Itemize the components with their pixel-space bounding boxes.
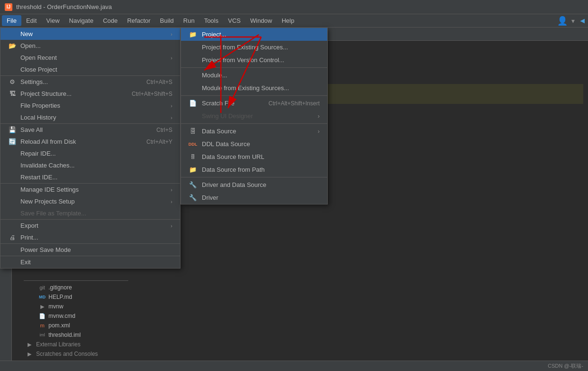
menu-item-manage-ide[interactable]: Manage IDE Settings › — [0, 183, 180, 195]
invalidate-label: Invalidate Caches... — [20, 162, 172, 169]
app-icon: IJ — [5, 3, 12, 11]
menu-item-reload[interactable]: 🔄 Reload All from Disk Ctrl+Alt+Y — [0, 136, 180, 148]
submenu-scratch-label: Scratch File — [202, 100, 235, 107]
new-projects-setup-arrow: › — [171, 199, 172, 204]
tree-external-libs[interactable]: ▶ External Libraries — [24, 340, 128, 349]
menu-item-local-history[interactable]: Local History › — [0, 111, 180, 123]
menu-bar: File Edit View Navigate Code Refactor Bu… — [0, 14, 588, 28]
mvnw-icon: ▶ — [39, 303, 46, 310]
tree-pomxml[interactable]: m pom.xml — [24, 321, 128, 330]
menu-item-save-all[interactable]: 💾 Save All Ctrl+S — [0, 123, 180, 136]
menu-item-restart[interactable]: Restart IDE... — [0, 171, 180, 183]
settings-label: Settings... — [20, 78, 127, 85]
menu-item-save-as-template: Save File as Template... — [0, 207, 180, 219]
menu-edit[interactable]: Edit — [21, 15, 41, 26]
submenu-project[interactable]: 📁 Project... — [181, 28, 327, 41]
submenu-swing-label: Swing UI Designer — [202, 112, 253, 120]
ddl-icon: DDL — [189, 142, 197, 147]
menu-item-open-recent[interactable]: Open Recent › — [0, 52, 180, 64]
project-structure-icon: 🏗 — [8, 90, 17, 97]
menu-item-power-save[interactable]: Power Save Mode — [0, 243, 180, 256]
settings-icon: ⚙ — [8, 78, 17, 85]
submenu-project-label: Project... — [202, 31, 226, 38]
tree-mvnw[interactable]: ▶ mvnw — [24, 302, 128, 311]
tree-helpmd[interactable]: MD HELP.md — [24, 292, 128, 302]
project-structure-shortcut: Ctrl+Alt+Shift+S — [132, 91, 172, 97]
menu-build[interactable]: Build — [155, 15, 179, 26]
tree-iml[interactable]: iml threshold.iml — [24, 330, 128, 340]
menu-item-file-properties[interactable]: File Properties › — [0, 100, 180, 111]
submenu-project-vcs-label: Project from Version Control... — [202, 56, 284, 64]
menu-code[interactable]: Code — [98, 15, 123, 26]
menu-item-repair[interactable]: Repair IDE... — [0, 148, 180, 159]
tree-mvnwcmd[interactable]: 📄 mvnw.cmd — [24, 311, 128, 321]
driver-datasource-icon: 🔧 — [189, 181, 197, 188]
submenu-driver-datasource[interactable]: 🔧 Driver and Data Source — [181, 178, 327, 191]
menu-item-close-project[interactable]: Close Project — [0, 64, 180, 75]
arrow-icon: ◄ — [579, 17, 586, 25]
expand-icon[interactable]: ▾ — [571, 17, 575, 25]
submenu-datasource-path[interactable]: 📁 Data Source from Path — [181, 163, 327, 176]
menu-tools[interactable]: Tools — [199, 15, 223, 26]
menu-navigate[interactable]: Navigate — [64, 15, 98, 26]
new-submenu: 📁 Project... Project from Existing Sourc… — [180, 28, 328, 204]
menu-refactor[interactable]: Refactor — [123, 15, 155, 26]
submenu-module-existing[interactable]: Module from Existing Sources... — [181, 82, 327, 94]
submenu-module-label: Module... — [202, 72, 227, 79]
menu-item-exit[interactable]: Exit — [0, 256, 180, 268]
submenu-project-vcs[interactable]: Project from Version Control... — [181, 54, 327, 66]
profile-icon[interactable]: 👤 — [557, 16, 568, 26]
external-libs-label: External Libraries — [36, 341, 80, 348]
menu-window[interactable]: Window — [246, 15, 277, 26]
menu-vcs[interactable]: VCS — [223, 15, 246, 26]
submenu-ddl-datasource[interactable]: DDL DDL Data Source — [181, 138, 327, 150]
submenu-datasource-url[interactable]: 🗄 Data Source from URL — [181, 150, 327, 163]
menu-item-new-projects-setup[interactable]: New Projects Setup › — [0, 195, 180, 207]
settings-shortcut: Ctrl+Alt+S — [146, 79, 172, 85]
tree-gitignore[interactable]: git .gitignore — [24, 283, 128, 292]
tree-scratches[interactable]: ▶ Scratches and Consoles — [24, 349, 128, 359]
manage-ide-label: Manage IDE Settings — [20, 186, 171, 193]
submenu-scratch[interactable]: 📄 Scratch File Ctrl+Alt+Shift+Insert — [181, 97, 327, 110]
tree-helpmd-label: HELP.md — [48, 294, 72, 300]
project-icon: 📁 — [189, 31, 197, 38]
menu-item-open[interactable]: 📂 Open... — [0, 40, 180, 52]
submenu-datasource[interactable]: 🗄 Data Source › — [181, 125, 327, 138]
swing-arrow: › — [318, 112, 320, 120]
file-properties-arrow: › — [171, 103, 172, 109]
menu-file[interactable]: File — [2, 15, 21, 26]
new-projects-setup-label: New Projects Setup — [20, 198, 171, 205]
helpmd-icon: MD — [39, 294, 46, 300]
submenu-project-existing[interactable]: Project from Existing Sources... — [181, 41, 327, 54]
submenu-datasource-label: Data Source — [202, 128, 236, 135]
submenu-sep-3 — [181, 123, 327, 124]
open-icon: 📂 — [8, 42, 17, 49]
status-bar: CSDN @-联瑞- — [0, 361, 588, 371]
submenu-module[interactable]: Module... — [181, 69, 327, 82]
save-all-icon: 💾 — [8, 126, 17, 133]
menu-item-new[interactable]: New › — [0, 28, 180, 40]
menu-run[interactable]: Run — [179, 15, 199, 26]
new-label: New — [20, 30, 171, 37]
menu-view[interactable]: View — [41, 15, 64, 26]
exit-label: Exit — [20, 259, 172, 266]
submenu-driver[interactable]: 🔧 Driver — [181, 191, 327, 204]
menu-item-settings[interactable]: ⚙ Settings... Ctrl+Alt+S — [0, 75, 180, 88]
repair-label: Repair IDE... — [20, 150, 172, 157]
tree-iml-label: threshold.iml — [48, 332, 81, 338]
menu-item-invalidate[interactable]: Invalidate Caches... — [0, 159, 180, 171]
save-all-label: Save All — [20, 126, 137, 133]
iml-icon: iml — [39, 332, 46, 338]
submenu-module-existing-label: Module from Existing Sources... — [202, 84, 289, 92]
menu-item-project-structure[interactable]: 🏗 Project Structure... Ctrl+Alt+Shift+S — [0, 88, 180, 100]
reload-label: Reload All from Disk — [20, 138, 127, 145]
menu-item-print[interactable]: 🖨 Print... — [0, 232, 180, 243]
submenu-datasource-path-label: Data Source from Path — [202, 166, 265, 173]
submenu-driver-label: Driver — [202, 194, 218, 201]
pomxml-icon: m — [39, 322, 46, 329]
menu-help[interactable]: Help — [277, 15, 299, 26]
print-label: Print... — [20, 234, 172, 241]
project-structure-label: Project Structure... — [20, 90, 113, 97]
menu-item-export[interactable]: Export › — [0, 219, 180, 232]
gitignore-icon: git — [39, 284, 46, 291]
